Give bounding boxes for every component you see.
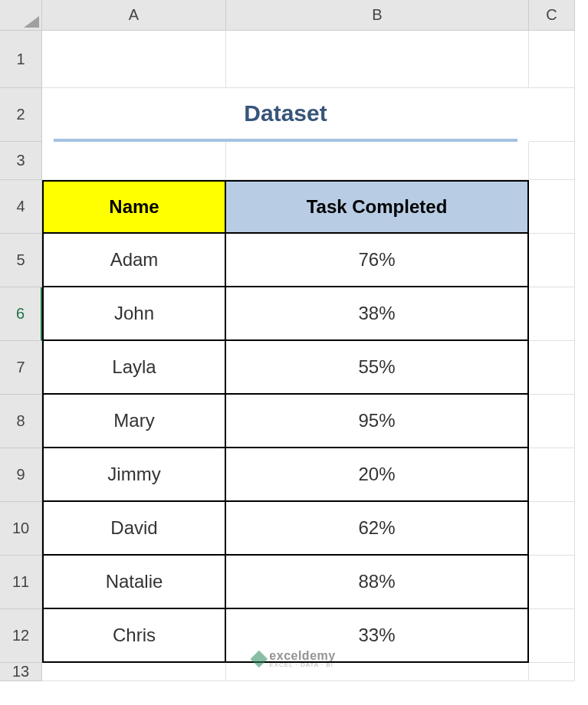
cell-task-0[interactable]: 76% [226,234,529,287]
cell-name-7[interactable]: Chris [42,609,226,663]
cell-d12[interactable] [529,609,575,663]
row-header-13[interactable]: 13 [0,663,42,681]
row-header-7[interactable]: 7 [0,341,42,395]
cell-task-4[interactable]: 20% [226,448,529,502]
cell-name-5[interactable]: David [42,502,226,556]
col-header-a[interactable]: A [42,0,226,31]
cell-d10[interactable] [529,502,575,556]
select-all-corner[interactable] [0,0,42,31]
cell-task-6[interactable]: 88% [226,556,529,609]
watermark-brand: exceldemy [269,650,335,662]
cell-d6[interactable] [529,287,575,341]
row-header-1[interactable]: 1 [0,31,42,88]
cell-c3[interactable] [226,142,529,180]
cell-d4[interactable] [529,180,575,234]
cell-task-2[interactable]: 55% [226,341,529,395]
cell-b13[interactable] [42,663,226,681]
cell-task-5[interactable]: 62% [226,502,529,556]
cell-d2[interactable] [529,88,575,142]
cell-name-3[interactable]: Mary [42,395,226,448]
cell-name-6[interactable]: Natalie [42,556,226,609]
row-header-11[interactable]: 11 [0,556,42,609]
spreadsheet-grid: A B C 1 2 Dataset 3 4 Name Task Complete… [0,0,588,681]
cell-d13[interactable] [529,663,575,681]
watermark: exceldemy EXCEL · DATA · BI [252,650,335,668]
cell-d7[interactable] [529,341,575,395]
row-header-2[interactable]: 2 [0,88,42,142]
cell-d3[interactable] [529,142,575,180]
watermark-tagline: EXCEL · DATA · BI [269,662,335,668]
row-header-10[interactable]: 10 [0,502,42,556]
cell-task-1[interactable]: 38% [226,287,529,341]
table-header-task[interactable]: Task Completed [226,180,529,234]
cell-d5[interactable] [529,234,575,287]
cell-name-2[interactable]: Layla [42,341,226,395]
row-header-3[interactable]: 3 [0,142,42,180]
cell-a1[interactable] [42,31,226,88]
cell-name-1[interactable]: John [42,287,226,341]
col-header-c[interactable]: C [529,0,575,31]
cell-name-4[interactable]: Jimmy [42,448,226,502]
row-header-8[interactable]: 8 [0,395,42,448]
cell-b3[interactable] [42,142,226,180]
cell-task-3[interactable]: 95% [226,395,529,448]
row-header-5[interactable]: 5 [0,234,42,287]
row-header-12[interactable]: 12 [0,609,42,663]
cell-d9[interactable] [529,448,575,502]
row-header-9[interactable]: 9 [0,448,42,502]
col-header-b[interactable]: B [226,0,529,31]
cell-d8[interactable] [529,395,575,448]
exceldemy-logo-icon [250,651,268,668]
cell-b1[interactable] [226,31,529,88]
cell-c1[interactable] [529,31,575,88]
row-header-6[interactable]: 6 [0,287,42,341]
row-header-4[interactable]: 4 [0,180,42,234]
dataset-title[interactable]: Dataset [54,88,517,142]
cell-name-0[interactable]: Adam [42,234,226,287]
cell-d11[interactable] [529,556,575,609]
table-header-name[interactable]: Name [42,180,226,234]
